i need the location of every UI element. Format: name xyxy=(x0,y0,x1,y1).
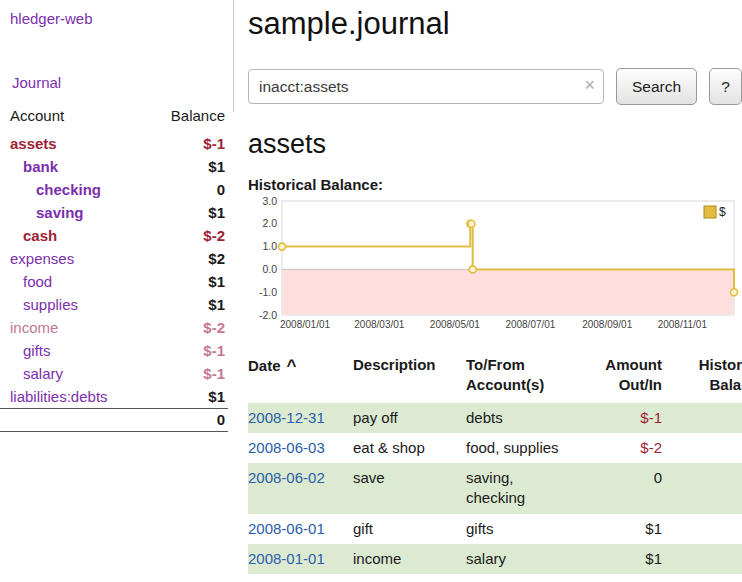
register-header-balance: HistoricalBalance xyxy=(665,351,742,403)
account-link[interactable]: supplies xyxy=(23,296,78,313)
account-row: saving$1 xyxy=(0,201,228,224)
register-header-amount: AmountOut/In xyxy=(582,351,665,403)
account-row: assets$-1 xyxy=(0,132,228,155)
register-row: 2008-01-01incomesalary$1$1 xyxy=(248,544,742,574)
register-row: 2008-12-31pay offdebts$-1$-1 xyxy=(248,403,742,433)
account-row: cash$-2 xyxy=(0,224,228,247)
svg-text:2008/07/01: 2008/07/01 xyxy=(505,319,555,330)
svg-text:2008/01/01: 2008/01/01 xyxy=(280,319,330,330)
accounts-total-balance: 0 xyxy=(114,409,228,432)
transaction-balance: $1 xyxy=(665,544,742,574)
accounts-total-row: 0 xyxy=(0,409,228,432)
account-row: supplies$1 xyxy=(0,293,228,316)
account-balance: 0 xyxy=(114,178,228,201)
account-link[interactable]: salary xyxy=(23,365,63,382)
transaction-date-link[interactable]: 2008-06-03 xyxy=(248,439,325,456)
svg-text:2008/09/01: 2008/09/01 xyxy=(582,319,632,330)
account-link[interactable]: expenses xyxy=(10,250,74,267)
svg-text:-2.0: -2.0 xyxy=(259,309,277,321)
transaction-date-link[interactable]: 2008-06-01 xyxy=(248,520,325,537)
register-header-date-label: Date xyxy=(248,357,281,374)
account-balance: $1 xyxy=(114,385,228,409)
historical-balance-chart: 3.02.01.00.0-1.0-2.02008/01/012008/03/01… xyxy=(248,195,740,337)
transaction-date-link[interactable]: 2008-06-02 xyxy=(248,469,325,486)
transaction-accounts: salary xyxy=(466,544,582,574)
svg-text:0.0: 0.0 xyxy=(262,263,277,275)
svg-text:2.0: 2.0 xyxy=(262,217,277,229)
search-bar: × Search ? xyxy=(248,68,740,105)
accounts-header-account: Account xyxy=(0,105,114,132)
account-link[interactable]: bank xyxy=(23,158,58,175)
svg-text:-1.0: -1.0 xyxy=(259,286,277,298)
transaction-description: pay off xyxy=(353,403,466,433)
svg-text:$: $ xyxy=(719,205,726,219)
register-row: 2008-06-02savesaving, checking0$2 xyxy=(248,463,742,514)
accounts-header-balance: Balance xyxy=(114,105,228,132)
help-button[interactable]: ? xyxy=(709,68,742,105)
sort-ascending-icon: ^ xyxy=(287,356,297,375)
transaction-description: income xyxy=(353,544,466,574)
account-link[interactable]: gifts xyxy=(23,342,51,359)
svg-text:1.0: 1.0 xyxy=(262,240,277,252)
svg-text:2008/05/01: 2008/05/01 xyxy=(430,319,480,330)
search-box: × xyxy=(248,69,604,104)
account-row: bank$1 xyxy=(0,155,228,178)
app-brand-link[interactable]: hledger-web xyxy=(10,10,240,27)
transaction-date-cell: 2008-06-01 xyxy=(248,514,353,544)
account-balance: $1 xyxy=(114,293,228,316)
transaction-description: eat & shop xyxy=(353,433,466,463)
historical-balance-label: Historical Balance: xyxy=(248,176,740,193)
account-link[interactable]: income xyxy=(10,319,58,336)
account-link[interactable]: food xyxy=(23,273,52,290)
account-link[interactable]: cash xyxy=(23,227,57,244)
transaction-balance: $2 xyxy=(665,463,742,514)
transaction-date-cell: 2008-06-03 xyxy=(248,433,353,463)
register-table: Date^ Description To/FromAccount(s) Amou… xyxy=(248,351,742,574)
sidebar-divider xyxy=(233,0,234,112)
transaction-balance: $-1 xyxy=(665,403,742,433)
search-button[interactable]: Search xyxy=(616,68,697,105)
account-row: food$1 xyxy=(0,270,228,293)
transaction-date-link[interactable]: 2008-01-01 xyxy=(248,550,325,567)
register-table-body: 2008-12-31pay offdebts$-1$-12008-06-03ea… xyxy=(248,403,742,575)
account-link[interactable]: liabilities:debts xyxy=(10,388,108,405)
account-balance: $-1 xyxy=(114,362,228,385)
nav-journal-link[interactable]: Journal xyxy=(12,74,240,91)
clear-search-icon[interactable]: × xyxy=(584,76,595,94)
register-header-accounts: To/FromAccount(s) xyxy=(466,351,582,403)
page-title: sample.journal xyxy=(248,6,740,42)
accounts-table-body: assets$-1bank$1checking0saving$1cash$-2e… xyxy=(0,132,228,409)
account-balance: $-2 xyxy=(114,316,228,339)
account-balance: $1 xyxy=(114,155,228,178)
register-header-row: Date^ Description To/FromAccount(s) Amou… xyxy=(248,351,742,403)
account-balance: $-1 xyxy=(114,339,228,362)
transaction-balance: $2 xyxy=(665,514,742,544)
account-row: income$-2 xyxy=(0,316,228,339)
register-header-description: Description xyxy=(353,351,466,403)
transaction-date-link[interactable]: 2008-12-31 xyxy=(248,409,325,426)
transaction-accounts: saving, checking xyxy=(466,463,582,514)
svg-text:3.0: 3.0 xyxy=(262,195,277,207)
account-link[interactable]: saving xyxy=(36,204,84,221)
accounts-table: Account Balance assets$-1bank$1checking0… xyxy=(0,105,228,432)
transaction-date-cell: 2008-01-01 xyxy=(248,544,353,574)
transaction-amount: 0 xyxy=(582,463,665,514)
transaction-date-cell: 2008-06-02 xyxy=(248,463,353,514)
transaction-amount: $-2 xyxy=(582,433,665,463)
transaction-accounts: food, supplies xyxy=(466,433,582,463)
transaction-date-cell: 2008-12-31 xyxy=(248,403,353,433)
account-balance: $1 xyxy=(114,201,228,224)
register-header-date[interactable]: Date^ xyxy=(248,351,353,403)
sidebar: hledger-web Journal Account Balance asse… xyxy=(0,0,240,432)
account-link[interactable]: assets xyxy=(10,135,57,152)
account-row: expenses$2 xyxy=(0,247,228,270)
account-link[interactable]: checking xyxy=(36,181,101,198)
account-row: checking0 xyxy=(0,178,228,201)
svg-text:2008/11/01: 2008/11/01 xyxy=(658,319,708,330)
search-input[interactable] xyxy=(248,69,604,104)
accounts-total-spacer xyxy=(0,409,114,432)
main-content: sample.journal × Search ? assets Histori… xyxy=(248,0,740,574)
account-heading: assets xyxy=(248,129,740,160)
register-row: 2008-06-01giftgifts$1$2 xyxy=(248,514,742,544)
transaction-amount: $-1 xyxy=(582,403,665,433)
